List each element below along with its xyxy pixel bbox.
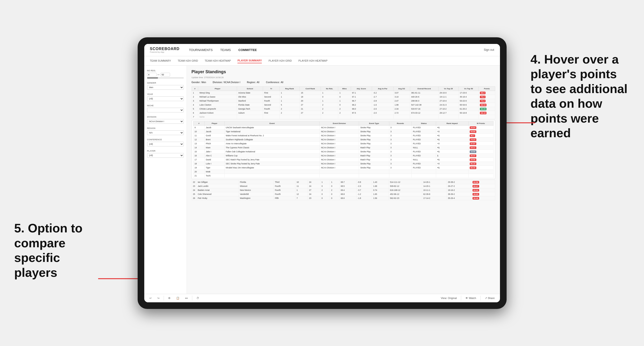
points-badge[interactable]: 88.2: [480, 92, 486, 94]
gender-label: Gender: [147, 82, 184, 84]
points-badge[interactable]: 56.18: [470, 163, 476, 165]
table-row: 17 David SEC Match Play hosted by Jerry …: [193, 158, 493, 162]
points-badge[interactable]: 80.09: [480, 108, 486, 110]
points-badge[interactable]: 25.96: [470, 159, 476, 161]
sub-player-h2h-grid[interactable]: PLAYER H2H GRID: [268, 58, 292, 63]
sidebar: No Rds. — Gender Men: [144, 66, 187, 294]
table-row: 21 Tochi: [193, 173, 493, 177]
nav-committee[interactable]: COMMITTEE: [238, 47, 257, 53]
no-rds-min-input[interactable]: [147, 73, 156, 77]
points-badge[interactable]: 68.18: [480, 112, 486, 114]
points-badge[interactable]: 39.95: [472, 193, 479, 195]
view-original-button[interactable]: View: Original: [440, 296, 458, 300]
filters-row: Gender: Men Division: NCAA Division I Re…: [192, 81, 495, 84]
niche-label: Niche: [147, 104, 184, 107]
points-badge[interactable]: 30.47: [470, 155, 476, 157]
sidebar-division: Division NCAA Division I: [147, 116, 184, 124]
player-label: Player: [147, 150, 184, 152]
table-row niche-row: 7 Niche: [192, 115, 495, 119]
tablet-screen: SCOREBOARD Powered by clipp TOURNAMENTS …: [144, 44, 500, 302]
sub-nav: TEAM SUMMARY TEAM H2H GRID TEAM H2H HEAT…: [144, 56, 500, 66]
division-select[interactable]: NCAA Division I: [147, 119, 184, 124]
table-row: 9 Jacob UNCW Seahawk Intercollegiate NCA…: [193, 125, 493, 129]
points-badge[interactable]: 76.2: [480, 96, 486, 98]
points-badge[interactable]: 46.7: [470, 134, 475, 137]
table-row: 24 Bastien Amat New Mexico Fourth 1 27 2…: [192, 188, 495, 192]
table-row: 16 Alex C Williams Cup NCAA Division I M…: [193, 154, 493, 158]
points-badge[interactable]: 70.2: [480, 100, 486, 102]
points-badge[interactable]: 73.23: [470, 138, 476, 141]
points-badge[interactable]: 88.94: [480, 104, 486, 106]
points-badge[interactable]: 38.49: [472, 197, 479, 199]
region-select[interactable]: N/A: [147, 130, 184, 135]
niche-select[interactable]: [147, 108, 184, 112]
nav-items: TOURNAMENTS TEAMS COMMITTEE: [189, 47, 484, 53]
undo-button[interactable]: ↩: [148, 296, 153, 301]
th-avg-sg: Avg SG: [393, 86, 410, 91]
no-rds-range: —: [147, 73, 184, 77]
table-row: 13 Phich Amer An Intercollegiate NCAA Di…: [193, 142, 493, 146]
watch-button[interactable]: 👁 Watch: [464, 296, 478, 300]
table-row: 2 Michael La Sasso Ole Miss Second 1 18 …: [192, 95, 495, 99]
points-badge[interactable]: 53.60: [470, 130, 476, 133]
th-vs25: Vs Top 25: [438, 86, 458, 91]
th-player: Player: [198, 86, 237, 91]
lower-standings-table: 22 Ian Gilligan Florida Third 10 24 1 1 …: [192, 180, 495, 200]
table-row: 26 Petr Hruby Washington Fifth 7 23 0 0 …: [192, 196, 495, 200]
toolbar-divider-2: [192, 296, 192, 300]
sub-team-h2h-heatmap[interactable]: TEAM H2H HEATMAP: [204, 58, 231, 63]
nav-tournaments[interactable]: TOURNAMENTS: [189, 47, 212, 53]
points-badge[interactable]: 37.57: [470, 142, 476, 145]
sign-out[interactable]: Sign out: [484, 48, 494, 51]
table-row: 23 Jack Lundin Missouri Fourth 11 24 0 0…: [192, 184, 495, 188]
settings-button[interactable]: ⚙: [167, 296, 172, 301]
sidebar-no-rds: No Rds. —: [147, 69, 184, 78]
division-label: Division: [147, 116, 184, 118]
nav-teams[interactable]: TEAMS: [220, 47, 231, 53]
copy-button[interactable]: 📋: [175, 296, 181, 301]
update-time: Update time: 27/03/2024 16:56:26: [192, 76, 226, 79]
annotation-right: 4. Hover over a player's points to see a…: [530, 52, 630, 140]
points-badge[interactable]: 66.40: [470, 167, 476, 169]
more-button[interactable]: •••: [184, 296, 190, 300]
th-reg-rank: Reg Rank: [280, 86, 300, 91]
redo-button[interactable]: ↪: [156, 296, 161, 301]
sub-player-summary[interactable]: PLAYER SUMMARY: [238, 58, 262, 63]
tooltip-table: # Player Event Event Division Event Type…: [193, 121, 494, 178]
gender-select[interactable]: Men Women: [147, 85, 184, 90]
th-conf-rank: Conf Rank: [300, 86, 321, 91]
filter-region: Region: All: [247, 81, 259, 84]
table-row: 14 Mare The Cypress Point Classic NCAA D…: [193, 146, 493, 150]
toolbar-divider: [164, 296, 164, 300]
sidebar-region: Region N/A: [147, 127, 184, 135]
table-row: 25 Cole Sherwood Vanderbilt Fourth 12 24…: [192, 192, 495, 196]
conference-select[interactable]: (All): [147, 142, 184, 147]
points-badge[interactable]: 24.11: [470, 147, 476, 149]
share-button[interactable]: ↗ Share: [484, 296, 496, 301]
sub-team-summary[interactable]: TEAM SUMMARY: [150, 58, 171, 63]
logo-sub: Powered by clipp: [150, 51, 180, 53]
tablet: SCOREBOARD Powered by clipp TOURNAMENTS …: [138, 37, 506, 309]
table-row: 3 Michael Thorbjornsen Stanford Fourth 1…: [192, 99, 495, 103]
sub-player-h2h-heatmap[interactable]: PLAYER H2H HEATMAP: [298, 58, 328, 63]
player-select[interactable]: (All): [147, 153, 184, 158]
th-vs50: Vs Top 50: [458, 86, 479, 91]
toolbar-divider-4: [480, 296, 480, 300]
points-badge[interactable]: 60.27: [472, 185, 479, 187]
no-rds-max-input[interactable]: [160, 73, 170, 77]
toolbar-divider-3: [461, 296, 461, 300]
th-wins: Wins: [338, 86, 351, 91]
sub-team-h2h-grid[interactable]: TEAM H2H GRID: [178, 58, 198, 63]
points-badge[interactable]: 20.64: [470, 126, 476, 129]
timer-button[interactable]: ⏱: [195, 296, 200, 300]
bottom-toolbar: ↩ ↪ ⚙ 📋 ••• ⏱ View: Original 👁 Watch ↗ S…: [144, 294, 500, 302]
main-content: No Rds. — Gender Men: [144, 66, 500, 294]
logo: SCOREBOARD Powered by clipp: [150, 47, 180, 53]
points-badge[interactable]: 60.58: [472, 181, 479, 183]
content-area: Player Standings Update time: 27/03/2024…: [187, 66, 500, 294]
logo-text: SCOREBOARD: [150, 47, 180, 51]
points-badge[interactable]: 60.02: [472, 189, 479, 191]
points-badge[interactable]: 18.50: [470, 151, 476, 153]
sidebar-niche: Niche: [147, 104, 184, 112]
year-select[interactable]: (All): [147, 96, 184, 101]
